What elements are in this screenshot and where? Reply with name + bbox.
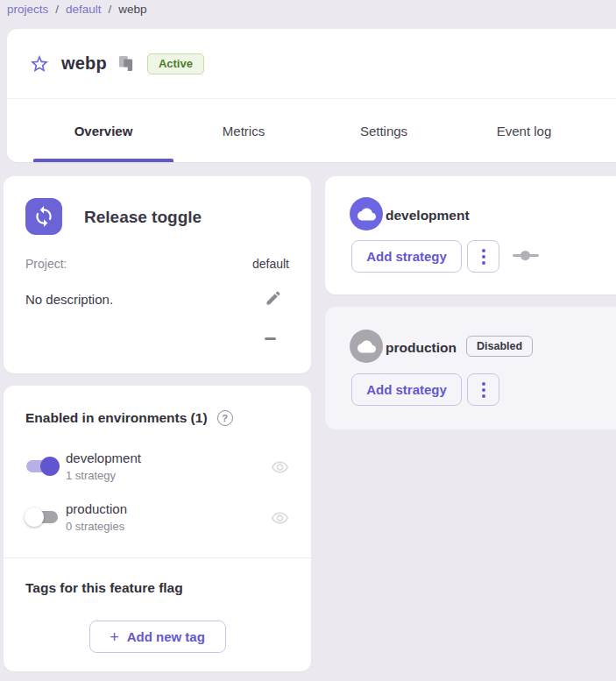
description-text: No description.: [25, 292, 113, 307]
tab-settings[interactable]: Settings: [314, 99, 454, 162]
enabled-environments-card: Enabled in environments (1) ? developmen…: [4, 386, 311, 671]
add-strategy-button[interactable]: Add strategy: [351, 373, 462, 406]
enabled-environments-header: Enabled in environments (1) ?: [25, 410, 233, 426]
environment-panel-title: development: [386, 208, 470, 223]
environment-strategy-count: 1 strategy: [66, 469, 116, 482]
breadcrumb-separator: /: [55, 3, 59, 16]
toggle-knob: [25, 507, 44, 527]
flag-type-title: Release toggle: [84, 208, 202, 227]
breadcrumb-current: webp: [118, 3, 146, 16]
favorite-star-icon[interactable]: [29, 53, 50, 74]
environment-panel-development: development Add strategy: [325, 176, 616, 294]
page-title: webp: [61, 53, 107, 74]
eye-icon[interactable]: [271, 458, 289, 477]
add-strategy-button[interactable]: Add strategy: [351, 240, 462, 273]
flag-details-card: Release toggle Project: default No descr…: [4, 176, 311, 373]
tab-overview[interactable]: Overview: [33, 99, 173, 162]
status-badge: Active: [147, 53, 204, 74]
release-toggle-icon: [25, 198, 62, 235]
project-value: default: [252, 257, 289, 271]
copy-name-icon[interactable]: [118, 55, 133, 72]
toggle-knob: [40, 457, 60, 476]
environment-strategy-count: 0 strategies: [66, 520, 124, 533]
disabled-badge: Disabled: [466, 336, 533, 357]
breadcrumb-projects-link[interactable]: projects: [7, 3, 48, 16]
tab-event-log[interactable]: Event log: [454, 99, 594, 162]
environment-panel-production: production Disabled Add strategy: [325, 307, 616, 429]
tab-metrics[interactable]: Metrics: [173, 99, 314, 162]
environment-panel-title: production: [386, 340, 457, 356]
more-actions-kebab-button[interactable]: [467, 240, 499, 273]
help-icon[interactable]: ?: [217, 410, 233, 426]
edit-description-icon[interactable]: [265, 289, 282, 307]
breadcrumb-default-link[interactable]: default: [66, 3, 102, 16]
toggle-production[interactable]: [25, 508, 60, 526]
environment-name-production: production: [66, 501, 127, 516]
tags-section-title: Tags for this feature flag: [25, 580, 183, 596]
environment-name-development: development: [66, 450, 141, 465]
cloud-icon: [350, 330, 383, 363]
add-new-tag-button[interactable]: + Add new tag: [89, 621, 226, 653]
breadcrumb-separator: /: [109, 3, 112, 16]
project-label: Project:: [25, 257, 67, 271]
feature-title-row: webp Active: [7, 29, 616, 99]
breadcrumb: projects / default / webp: [7, 1, 147, 17]
more-actions-kebab-button[interactable]: [467, 373, 499, 406]
divider: [4, 557, 311, 558]
toggle-development[interactable]: [25, 458, 60, 475]
project-row: Project: default: [25, 257, 289, 271]
enabled-environments-title: Enabled in environments (1): [25, 410, 208, 426]
eye-icon[interactable]: [271, 509, 289, 528]
plus-icon: +: [110, 629, 119, 645]
add-new-tag-label: Add new tag: [127, 629, 205, 644]
slider-icon: [513, 251, 539, 261]
dash-icon: [265, 337, 276, 340]
feature-header-card: webp Active Overview Metrics Settings Ev…: [7, 29, 616, 162]
tab-bar: Overview Metrics Settings Event log: [33, 99, 594, 162]
cloud-icon: [350, 197, 383, 231]
active-tab-indicator: [33, 159, 173, 162]
